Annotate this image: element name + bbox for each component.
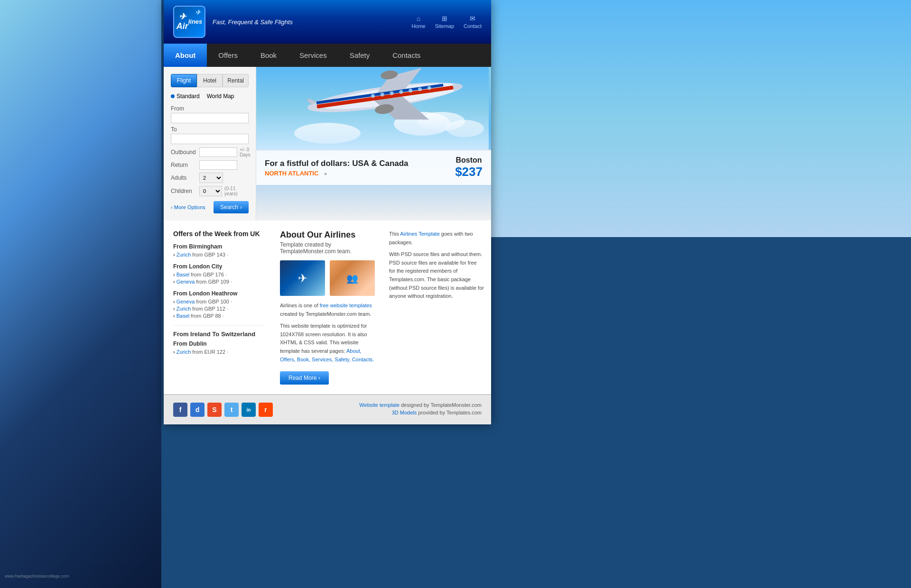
- ireland-section-title: From Ireland To Switzerland: [173, 325, 266, 338]
- return-row: Return 10.05.2011: [171, 160, 249, 170]
- adults-row: Adults 2 1 3: [171, 173, 249, 183]
- offer-group-dublin: From Dublin › Zurich from EUR 122 ·: [173, 340, 266, 355]
- london-city-geneva-link[interactable]: Geneva: [177, 279, 195, 285]
- heathrow-zurich-link[interactable]: Zurich: [177, 306, 191, 312]
- outbound-input[interactable]: 03.05.2011: [199, 147, 237, 157]
- arrow-icon: ›: [173, 272, 177, 277]
- offers-title: Offers of the Week from UK: [173, 230, 266, 238]
- about-right-column: This Airlines Template goes with two pac…: [389, 230, 484, 385]
- about-images: ✈ 👥: [280, 260, 375, 296]
- heathrow-zurich-price: from GBP 112 ·: [192, 306, 228, 312]
- london-city-title: From London City: [173, 263, 266, 270]
- search-button[interactable]: Search ›: [214, 201, 249, 213]
- plane-thumbnail: ✈: [280, 260, 325, 296]
- offer-group-heathrow: From London Heathrow › Geneva from GBP 1…: [173, 290, 266, 319]
- from-input[interactable]: [171, 113, 249, 123]
- radio-worldmap[interactable]: World Map: [207, 93, 234, 100]
- header-nav-home[interactable]: ⌂ Home: [411, 15, 425, 29]
- hero-section: For a fistful of dollars: USA & Canada N…: [256, 67, 491, 220]
- header-nav-sitemap[interactable]: ⊞ Sitemap: [435, 15, 454, 29]
- offer-item: › Zurich from GBP 143 ·: [173, 252, 266, 257]
- nav-item-services[interactable]: Services: [288, 44, 338, 67]
- read-more-button[interactable]: Read More ›: [280, 371, 329, 385]
- contact-icon: ✉: [470, 15, 475, 22]
- offers-column: Offers of the Week from UK From Birmingh…: [173, 230, 266, 385]
- home-icon: ⌂: [417, 15, 420, 22]
- promo-right: Boston $237: [455, 156, 483, 179]
- social-reddit[interactable]: r: [259, 403, 273, 417]
- social-icons: f d S t in r: [173, 403, 273, 417]
- london-city-basel-link[interactable]: Basel: [177, 272, 190, 277]
- london-city-basel-price: from GBP 176 ·: [191, 272, 227, 277]
- return-input[interactable]: 10.05.2011: [199, 160, 237, 170]
- svg-point-3: [446, 120, 484, 137]
- social-linkedin[interactable]: in: [242, 403, 256, 417]
- hero-plane-image: [256, 67, 491, 150]
- adults-select[interactable]: 2 1 3: [199, 173, 223, 183]
- social-delicious[interactable]: d: [190, 403, 205, 417]
- header-nav-contact[interactable]: ✉ Contact: [464, 15, 482, 29]
- nav-item-offers[interactable]: Offers: [207, 44, 249, 67]
- svg-point-4: [294, 123, 361, 144]
- read-more-arrow-icon: ›: [318, 375, 320, 381]
- outbound-label: Outbound: [171, 149, 197, 156]
- promo-title: For a fistful of dollars: USA & Canada: [265, 159, 409, 168]
- tab-flight[interactable]: Flight: [171, 74, 197, 87]
- social-twitter[interactable]: t: [224, 403, 239, 417]
- radio-dot: [171, 94, 175, 98]
- heathrow-geneva-link[interactable]: Geneva: [177, 299, 195, 304]
- children-select[interactable]: 0 1 2: [199, 186, 222, 196]
- tab-hotel[interactable]: Hotel: [197, 74, 223, 87]
- social-stumbleupon[interactable]: S: [207, 403, 222, 417]
- about-subtitle: Template created by TemplateMonster.com …: [280, 241, 375, 255]
- lower-content: Offers of the Week from UK From Birmingh…: [164, 220, 491, 394]
- children-row: Children 0 1 2 (0-11 years): [171, 186, 249, 196]
- social-facebook[interactable]: f: [173, 403, 187, 417]
- about-text-1: Airlines is one of free website template…: [280, 302, 375, 318]
- nav-item-about[interactable]: About: [164, 44, 207, 67]
- arrow-icon: ›: [173, 252, 177, 257]
- nav-item-safety[interactable]: Safety: [338, 44, 381, 67]
- search-sidebar: Flight Hotel Rental Standard World Map F…: [164, 67, 256, 220]
- dublin-zurich-link[interactable]: Zurich: [177, 349, 191, 355]
- nav-item-book[interactable]: Book: [249, 44, 288, 67]
- to-field-row: To: [171, 126, 249, 144]
- sitemap-icon: ⊞: [442, 15, 447, 22]
- website-template-link[interactable]: Website template: [359, 402, 400, 408]
- birmingham-zurich-link[interactable]: Zurich: [177, 252, 191, 257]
- about-right-text-1: This Airlines Template goes with two pac…: [389, 230, 484, 247]
- to-input[interactable]: [171, 134, 249, 144]
- return-label: Return: [171, 162, 197, 168]
- arrow-icon: ›: [173, 299, 177, 304]
- promo-city: Boston: [455, 156, 483, 165]
- content-area: Flight Hotel Rental Standard World Map F…: [164, 67, 491, 220]
- side-label: www.haritagachristiancollege.com: [5, 574, 69, 579]
- birmingham-title: From Birmingham: [173, 243, 266, 250]
- children-label: Children: [171, 188, 197, 194]
- outbound-row: Outbound 03.05.2011 +/- 0 Days: [171, 147, 249, 157]
- search-tabs: Flight Hotel Rental: [171, 74, 249, 87]
- adults-label: Adults: [171, 175, 197, 181]
- from-label: From: [171, 105, 249, 112]
- radio-standard[interactable]: Standard: [171, 93, 200, 100]
- heathrow-basel-link[interactable]: Basel: [177, 313, 190, 319]
- days-label: +/- 0 Days: [240, 147, 251, 157]
- airplane-svg: [256, 67, 489, 150]
- free-templates-link[interactable]: free website templates: [320, 303, 372, 308]
- footer-template-line: Website template designed by TemplateMon…: [359, 402, 482, 408]
- years-label: (0-11 years): [224, 186, 249, 196]
- tab-rental[interactable]: Rental: [223, 74, 249, 87]
- heathrow-basel-price: from GBP 88 ·: [191, 313, 224, 319]
- more-options-link[interactable]: › More Options: [171, 204, 205, 210]
- models-link[interactable]: 3D Models: [392, 410, 417, 415]
- offer-group-london-city: From London City › Basel from GBP 176 · …: [173, 263, 266, 285]
- site-header: ✈Airlines Fast, Frequent & Safe Flights …: [164, 0, 491, 44]
- offer-item: › Zurich from GBP 112 ·: [173, 306, 266, 312]
- nav-item-contacts[interactable]: Contacts: [381, 44, 432, 67]
- airlines-template-link[interactable]: Airlines Template: [400, 231, 440, 237]
- about-column: About Our Airlines Template created by T…: [280, 230, 375, 385]
- offer-item: › Geneva from GBP 109 ·: [173, 279, 266, 285]
- people-thumbnail: 👥: [330, 260, 375, 296]
- offer-item: › Basel from GBP 176 ·: [173, 272, 266, 277]
- site-wrapper: ✈Airlines Fast, Frequent & Safe Flights …: [164, 0, 491, 424]
